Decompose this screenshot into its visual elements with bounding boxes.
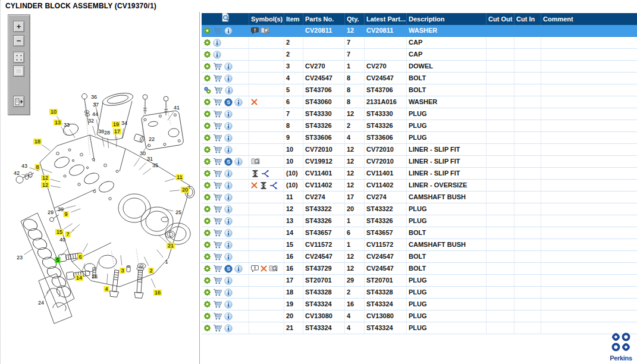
add-to-cart-icon[interactable] [214,86,223,94]
table-row[interactable]: 7ST4333012ST43330PLUG [202,108,637,120]
info-icon[interactable] [224,27,233,35]
gear-icon[interactable] [203,205,211,213]
table-row[interactable]: CV2081112CV20811WASHER [202,25,637,37]
diagram-callout-35[interactable]: 35 [151,162,159,168]
info-icon[interactable] [224,146,233,154]
diagram-callout-19[interactable]: 19 [112,121,120,127]
table-row[interactable]: 3CV2701CV270DOWEL [202,61,637,73]
gear-icon[interactable] [203,134,211,142]
tile-view-button[interactable] [13,52,24,63]
gear-icon[interactable] [203,300,211,308]
info-icon[interactable] [234,158,243,166]
add-to-cart-icon[interactable] [213,98,222,106]
add-to-cart-icon[interactable] [213,253,222,261]
table-row[interactable]: 27CAP [202,37,637,49]
diagram-callout-37[interactable]: 37 [92,102,100,108]
gear-icon[interactable] [203,158,211,165]
diagram-callout-32[interactable]: 32 [87,118,95,124]
exploded-diagram-panel[interactable]: 3637444132331013191734382818223031358434… [1,12,200,364]
diagram-callout-20[interactable]: 20 [181,187,189,193]
info-icon[interactable] [224,110,233,118]
add-to-cart-icon[interactable] [213,110,222,118]
diagram-callout-36[interactable]: 36 [90,94,98,100]
info-icon[interactable] [234,265,243,273]
gear-icon[interactable] [203,62,211,70]
info-icon[interactable] [224,205,233,214]
diagram-callout-12[interactable]: 12 [41,175,49,181]
info-icon[interactable] [213,39,221,47]
diagram-callout-13[interactable]: 13 [54,120,62,125]
table-row[interactable]: 4CV245478CV24547BOLT [202,73,637,84]
diagram-callout-29[interactable]: 29 [46,209,55,215]
add-to-cart-icon[interactable] [213,217,222,225]
gears-icon[interactable] [203,86,212,95]
gear-icon[interactable] [203,51,211,58]
info-icon[interactable] [224,62,233,71]
diagram-callout-23[interactable]: 23 [15,255,24,261]
info-icon[interactable] [213,51,221,59]
gear-icon[interactable] [203,122,211,130]
table-row[interactable]: S16ST4372912CV24547BOLT [202,263,637,275]
add-to-cart-icon[interactable] [213,312,222,320]
table-row[interactable]: 19ST4332416ST43324PLUG [202,299,637,310]
add-to-cart-icon[interactable] [213,158,222,165]
diagram-callout-28[interactable]: 28 [103,130,111,136]
table-row[interactable]: 21ST433244ST43324PLUG [202,322,637,334]
info-icon[interactable] [234,98,243,106]
diagram-callout-6[interactable]: 6 [77,254,83,260]
diagram-callout-18[interactable]: 18 [33,139,42,145]
add-to-cart-icon[interactable] [213,277,222,284]
table-row[interactable]: 14ST436576ST43657BOLT [202,227,637,239]
info-icon[interactable] [224,134,233,142]
panel-divider[interactable] [199,12,200,364]
table-row[interactable]: 10CV7201012CV72010LINER - SLIP FIT [202,144,637,156]
table-row[interactable]: 27CAP [202,49,637,61]
gear-icon[interactable] [203,74,211,82]
table-row[interactable]: 8ST433262ST43326PLUG [202,120,637,132]
col-header-icons[interactable] [202,13,249,25]
table-row[interactable]: 20CV130804CV13080PLUG [202,310,637,322]
add-to-cart-icon[interactable] [213,134,222,142]
gear-icon[interactable] [203,288,211,296]
info-icon[interactable] [224,217,233,225]
add-to-cart-icon[interactable] [213,300,222,308]
table-row[interactable]: 13ST433261ST43326PLUG [202,215,637,227]
col-header-comment[interactable]: Comment [541,13,637,25]
diagram-callout-43[interactable]: 43 [20,163,29,169]
toggle-panel-button[interactable] [13,96,24,107]
diagram-callout-8[interactable]: 8 [34,164,40,170]
diagram-callout-24[interactable]: 24 [37,300,45,306]
info-icon[interactable] [225,86,233,95]
add-to-cart-icon[interactable] [213,181,222,189]
table-row[interactable]: S6ST4306082131A016WASHER [202,96,637,108]
diagram-callout-5[interactable]: 5 [55,257,60,263]
table-row[interactable]: 17ST2070129ST20701PLUG [202,275,637,287]
diagram-callout-16[interactable]: 16 [153,290,162,296]
add-to-cart-icon[interactable] [213,229,222,237]
col-header-desc[interactable]: Description [407,13,487,25]
add-to-cart-icon[interactable] [213,241,222,249]
diagram-callout-17[interactable]: 17 [113,128,121,134]
gear-icon[interactable] [203,146,211,153]
col-header-cut_in[interactable]: Cut In [514,13,541,25]
add-to-cart-icon[interactable] [213,62,222,70]
gear-icon[interactable] [203,39,211,46]
single-view-button[interactable] [13,65,24,77]
add-to-cart-icon[interactable] [213,288,222,296]
info-icon[interactable] [224,229,233,237]
diagram-callout-44[interactable]: 44 [91,111,99,117]
add-to-cart-icon[interactable] [213,170,222,177]
diagram-callout-25[interactable]: 25 [174,209,183,215]
add-to-cart-icon[interactable] [213,74,222,82]
diagram-callout-9[interactable]: 9 [63,211,68,217]
col-header-symbols[interactable]: Symbol(s) [249,13,284,25]
gear-icon[interactable] [203,229,211,237]
zoom-out-button[interactable]: − [13,35,24,46]
diagram-callout-15[interactable]: 15 [55,229,64,235]
gear-icon[interactable] [203,217,211,225]
diagram-callout-41[interactable]: 41 [172,105,181,111]
gear-icon[interactable] [203,277,211,284]
col-header-parts_no[interactable]: Parts No. [303,13,345,25]
diagram-callout-12[interactable]: 12 [41,182,49,188]
gear-icon[interactable] [203,193,211,201]
